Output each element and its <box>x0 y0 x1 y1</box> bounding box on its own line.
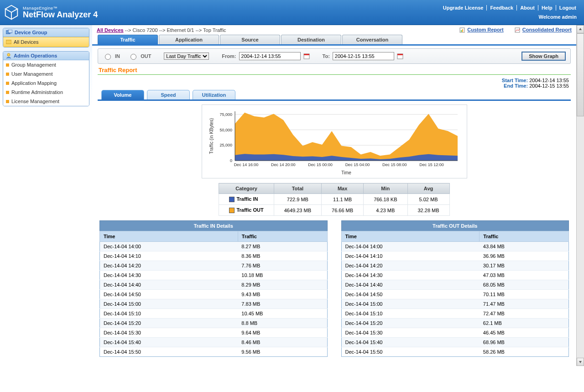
subtab-volume[interactable]: Volume <box>101 90 144 99</box>
radio-out-label: OUT <box>141 53 151 59</box>
svg-text:50,000: 50,000 <box>219 128 232 132</box>
svg-text:Dec 14 20:00: Dec 14 20:00 <box>271 162 295 167</box>
panel-admin-ops: Admin Operations Group ManagementUser Ma… <box>3 51 89 106</box>
link-logout[interactable]: Logout <box>556 5 579 10</box>
sidebar-item-admin-4[interactable]: License Management <box>3 97 89 106</box>
summary-table: CategoryTotalMaxMinAvg Traffic IN722.9 M… <box>219 183 449 216</box>
bullet-icon <box>6 100 9 103</box>
report-title: Traffic Report <box>99 67 570 73</box>
svg-rect-2 <box>6 40 11 44</box>
svg-rect-8 <box>6 100 9 103</box>
main-content: All Devices --> Cisco 7200 --> Ethernet … <box>92 25 576 366</box>
traffic-out-details-table: Traffic OUT Details TimeTraffic Dec-14-0… <box>341 220 569 357</box>
scroll-up-arrow-icon[interactable] <box>577 25 584 33</box>
sidebar-item-label: License Management <box>11 99 59 104</box>
from-input[interactable] <box>239 52 301 60</box>
svg-rect-16 <box>397 54 403 55</box>
table-row: Dec-14-04 15:3046.45 MB <box>341 328 569 338</box>
scrollbar-thumb[interactable] <box>577 33 584 116</box>
time-range-display: Start Time: 2004-12-14 13:55 End Time: 2… <box>92 78 576 90</box>
table-row: Dec-14-04 15:2062.1 MB <box>341 319 569 328</box>
calendar-icon[interactable] <box>303 53 310 59</box>
svg-text:Dec 15 08:00: Dec 15 08:00 <box>382 162 407 167</box>
link-about[interactable]: About <box>517 5 538 10</box>
table-caption: Traffic IN Details <box>99 220 328 231</box>
summary-row: Traffic OUT4649.23 MB76.66 MB4.23 MB32.2… <box>219 205 449 216</box>
tab-source[interactable]: Source <box>220 35 280 44</box>
calendar-icon[interactable] <box>397 53 403 59</box>
sidebar-item-label: Application Mapping <box>11 80 57 86</box>
svg-marker-36 <box>579 361 582 363</box>
table-row: Dec-14-04 15:007.83 MB <box>100 299 328 309</box>
top-banner: ManageEngine™ NetFlow Analyzer 4 Upgrade… <box>0 0 584 25</box>
svg-text:Time: Time <box>341 170 351 175</box>
table-row: Dec-14-04 14:5070.11 MB <box>341 290 569 299</box>
brand-main: NetFlow Analyzer 4 <box>23 10 98 19</box>
svg-text:75,000: 75,000 <box>219 112 232 117</box>
svg-rect-6 <box>6 82 9 85</box>
show-graph-button[interactable]: Show Graph <box>521 52 566 61</box>
svg-marker-35 <box>579 28 582 30</box>
table-row: Dec-14-04 15:4068.96 MB <box>341 338 569 347</box>
traffic-chart: 025,00050,00075,000Dec 14 16:00Dec 14 20… <box>202 105 467 178</box>
svg-text:0: 0 <box>229 158 232 163</box>
svg-rect-7 <box>6 91 9 94</box>
table-row: Dec-14-04 15:5058.26 MB <box>341 347 569 357</box>
svg-text:Traffic (in KBytes): Traffic (in KBytes) <box>209 118 214 154</box>
svg-rect-4 <box>6 63 9 67</box>
table-row: Dec-14-04 14:408.29 MB <box>100 280 328 290</box>
breadcrumb-root[interactable]: All Devices <box>97 27 124 33</box>
svg-rect-5 <box>6 73 9 76</box>
table-row: Dec-14-04 15:0071.47 MB <box>341 299 569 309</box>
table-row: Dec-14-04 15:309.64 MB <box>100 328 328 338</box>
table-row: Dec-14-04 15:408.46 MB <box>100 338 328 347</box>
traffic-in-details-table: Traffic IN Details TimeTraffic Dec-14-04… <box>99 220 328 357</box>
table-row: Dec-14-04 15:509.56 MB <box>100 347 328 357</box>
link-help[interactable]: Help <box>538 5 556 10</box>
subtab-utilization[interactable]: Utilization <box>193 90 235 99</box>
subtab-speed[interactable]: Speed <box>147 90 190 99</box>
bullet-icon <box>6 63 9 67</box>
svg-text:Dec 15 00:00: Dec 15 00:00 <box>308 162 333 167</box>
scroll-down-arrow-icon[interactable] <box>577 358 584 366</box>
svg-rect-10 <box>461 30 462 32</box>
to-input[interactable] <box>333 52 394 60</box>
radio-out[interactable] <box>130 54 136 60</box>
table-caption: Traffic OUT Details <box>341 220 569 231</box>
tab-application[interactable]: Application <box>159 35 219 44</box>
link-consolidated-report[interactable]: Consolidated Report <box>522 27 572 32</box>
tab-destination[interactable]: Destination <box>281 35 341 44</box>
sidebar-item-all-devices[interactable]: All Devices <box>3 37 89 47</box>
bullet-icon <box>6 73 9 76</box>
sidebar-item-admin-0[interactable]: Group Management <box>3 60 89 69</box>
link-feedback[interactable]: Feedback <box>487 5 517 10</box>
svg-rect-14 <box>304 54 309 55</box>
table-row: Dec-14-04 14:4068.05 MB <box>341 280 569 290</box>
vertical-scrollbar[interactable] <box>576 25 584 366</box>
sidebar-item-label: All Devices <box>14 39 38 45</box>
bullet-icon <box>6 82 9 85</box>
table-row: Dec-14-04 14:509.43 MB <box>100 290 328 299</box>
sidebar-item-admin-2[interactable]: Application Mapping <box>3 78 89 88</box>
sidebar-item-admin-1[interactable]: User Management <box>3 69 89 78</box>
folder-icon <box>6 40 11 44</box>
table-row: Dec-14-04 14:0043.84 MB <box>341 242 569 251</box>
sidebar-item-label: Runtime Administration <box>11 89 63 95</box>
radio-in[interactable] <box>105 54 111 60</box>
sidebar-item-admin-3[interactable]: Runtime Administration <box>3 88 89 97</box>
user-icon <box>6 53 11 58</box>
select-time-range[interactable]: Last Day Traffic <box>164 52 209 60</box>
sidebar-item-label: User Management <box>11 71 53 77</box>
table-row: Dec-14-04 14:3047.03 MB <box>341 271 569 280</box>
to-label: To: <box>323 53 330 59</box>
link-upgrade-license[interactable]: Upgrade License <box>440 5 487 10</box>
consolidated-report-icon <box>515 27 520 33</box>
svg-rect-11 <box>462 29 463 32</box>
link-custom-report[interactable]: Custom Report <box>467 27 503 32</box>
svg-rect-1 <box>8 30 12 33</box>
panel-device-group: Device Group All Devices <box>3 28 89 47</box>
tab-conversation[interactable]: Conversation <box>342 35 402 44</box>
tab-traffic[interactable]: Traffic <box>98 35 158 44</box>
svg-text:25,000: 25,000 <box>219 143 232 147</box>
welcome-text: Welcome admin <box>538 14 577 20</box>
